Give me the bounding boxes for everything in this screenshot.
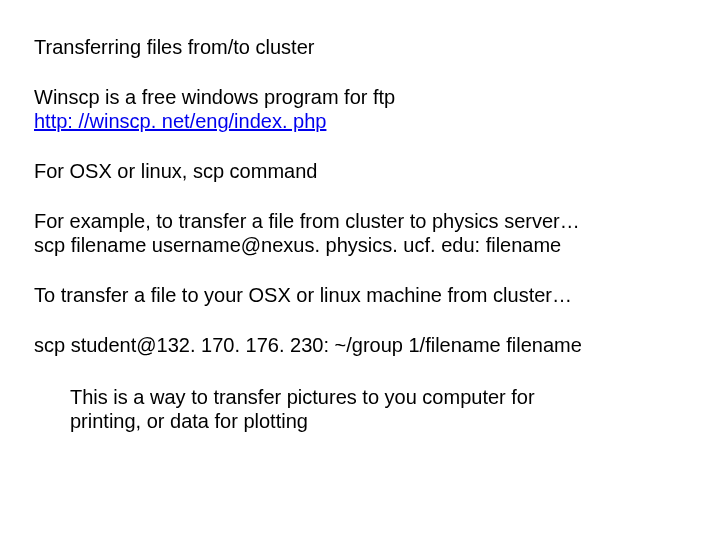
slide-title: Transferring files from/to cluster xyxy=(34,35,686,59)
text-example-desc: For example, to transfer a file from clu… xyxy=(34,209,686,233)
paragraph-transfer-from-cluster: To transfer a file to your OSX or linux … xyxy=(34,283,686,307)
text-winscp-desc: Winscp is a free windows program for ftp xyxy=(34,85,686,109)
text-scp-command-2: scp student@132. 170. 176. 230: ~/group … xyxy=(34,333,686,357)
paragraph-osx-scp: For OSX or linux, scp command xyxy=(34,159,686,183)
link-winscp-url[interactable]: http: //winscp. net/eng/index. php xyxy=(34,110,326,132)
text-scp-command-1: scp filename username@nexus. physics. uc… xyxy=(34,233,686,257)
paragraph-note: This is a way to transfer pictures to yo… xyxy=(34,385,686,433)
paragraph-winscp: Winscp is a free windows program for ftp… xyxy=(34,85,686,133)
note-line2: printing, or data for plotting xyxy=(70,409,686,433)
paragraph-example-to-server: For example, to transfer a file from clu… xyxy=(34,209,686,257)
note-line1: This is a way to transfer pictures to yo… xyxy=(70,385,686,409)
